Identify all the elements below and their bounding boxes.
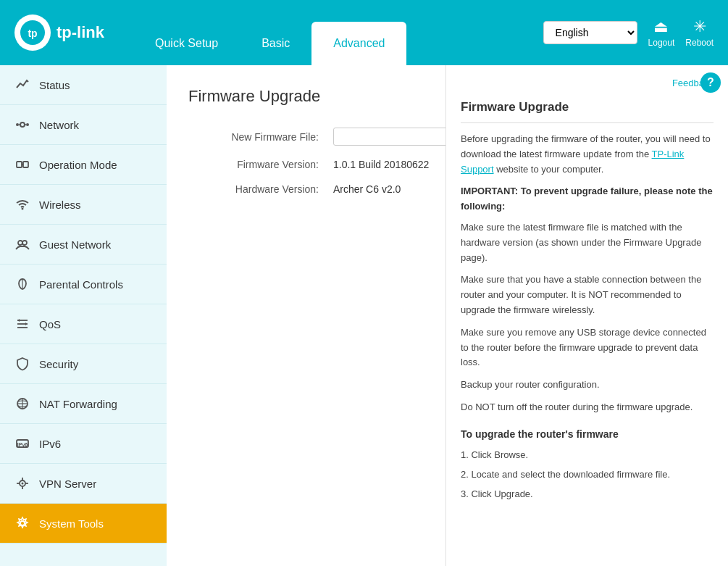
svg-point-10 (22, 208, 24, 210)
svg-text:IPv6: IPv6 (17, 442, 28, 447)
ipv6-icon: IPv6 (14, 436, 30, 451)
sidebar-item-operation-mode[interactable]: Operation Mode (0, 145, 167, 185)
logout-button[interactable]: ⏏ Logout (648, 17, 675, 48)
parental-controls-icon (14, 276, 30, 292)
help-step-1: 1. Click Browse. (461, 448, 714, 463)
help-upgrade-title: To upgrade the router's firmware (461, 426, 714, 442)
help-panel-title: Firmware Upgrade (461, 97, 714, 123)
layout: Status Network (0, 65, 728, 566)
firmware-version-value: 1.0.1 Build 20180622 (333, 159, 429, 170)
help-step-2: 2. Locate and select the downloaded firm… (461, 467, 714, 483)
svg-marker-18 (17, 319, 20, 322)
svg-rect-8 (23, 162, 28, 167)
sidebar-item-guest-network[interactable]: Guest Network (0, 225, 167, 265)
sidebar-item-network[interactable]: Network (0, 105, 167, 145)
new-firmware-label: New Firmware File: (188, 131, 319, 143)
feedback-link[interactable]: Feedback (461, 76, 714, 91)
sidebar-item-status[interactable]: Status (0, 65, 167, 105)
svg-point-4 (26, 123, 29, 126)
status-icon (14, 77, 30, 93)
svg-point-25 (22, 483, 24, 485)
help-note-2: Make sure that you have a stable connect… (461, 272, 714, 317)
sidebar-item-system-tools[interactable]: System Tools (0, 504, 167, 544)
sidebar-item-vpn-server[interactable]: VPN Server (0, 464, 167, 504)
nat-forwarding-icon (14, 396, 30, 412)
nav-tabs: Quick Setup Basic Advanced (133, 0, 543, 65)
security-icon (14, 356, 30, 372)
svg-point-30 (20, 521, 25, 525)
logo-area: tp tp-link (14, 14, 104, 51)
sidebar-item-ipv6[interactable]: IPv6 IPv6 (0, 424, 167, 464)
guest-network-icon (14, 236, 30, 252)
sidebar-item-wireless[interactable]: Wireless (0, 185, 167, 225)
svg-marker-17 (25, 322, 28, 325)
sidebar: Status Network (0, 65, 167, 566)
reboot-button[interactable]: ✳ Reboot (685, 17, 714, 48)
tab-quick-setup[interactable]: Quick Setup (133, 22, 240, 65)
help-note-1: Make sure the latest firmware file is ma… (461, 220, 714, 265)
help-note-3: Make sure you remove any USB storage dev… (461, 325, 714, 370)
network-icon (14, 117, 30, 133)
logout-icon: ⏏ (653, 17, 669, 36)
help-important-header: IMPORTANT: To prevent upgrade failure, p… (461, 184, 714, 215)
sidebar-item-parental-controls[interactable]: Parental Controls (0, 265, 167, 304)
hardware-version-value: Archer C6 v2.0 (333, 183, 401, 195)
svg-text:tp: tp (28, 28, 37, 39)
sidebar-item-qos[interactable]: QoS (0, 304, 167, 344)
help-note-5: Do NOT turn off the router during the fi… (461, 400, 714, 415)
header: tp tp-link Quick Setup Basic Advanced En… (0, 0, 728, 65)
reboot-icon: ✳ (693, 17, 706, 36)
svg-rect-7 (17, 162, 22, 167)
help-step-3: 3. Click Upgrade. (461, 487, 714, 502)
help-panel: Feedback Firmware Upgrade Before upgradi… (445, 65, 728, 566)
vpn-server-icon (14, 475, 30, 491)
svg-point-12 (22, 241, 27, 245)
system-tools-icon (14, 515, 30, 531)
sidebar-item-security[interactable]: Security (0, 344, 167, 384)
help-note-4: Backup your router configuration. (461, 378, 714, 393)
operation-mode-icon (14, 157, 30, 172)
svg-point-2 (20, 122, 25, 127)
wireless-icon (14, 196, 30, 212)
main-content: Firmware Upgrade New Firmware File: Firm… (167, 65, 728, 566)
hardware-version-label: Hardware Version: (188, 183, 319, 195)
header-right: English Chinese Spanish French German ⏏ … (543, 17, 714, 48)
logo-text: tp-link (57, 23, 104, 42)
language-select[interactable]: English Chinese Spanish French German (543, 21, 637, 44)
tab-advanced[interactable]: Advanced (311, 22, 406, 65)
help-intro: Before upgrading the firmware of the rou… (461, 132, 714, 177)
qos-icon (14, 316, 30, 332)
firmware-version-label: Firmware Version: (188, 159, 319, 170)
sidebar-item-nat-forwarding[interactable]: NAT Forwarding (0, 384, 167, 424)
tab-basic[interactable]: Basic (240, 22, 311, 65)
help-toggle-button[interactable]: ? (700, 72, 721, 93)
logo-icon: tp (14, 14, 51, 51)
svg-point-3 (16, 123, 19, 126)
